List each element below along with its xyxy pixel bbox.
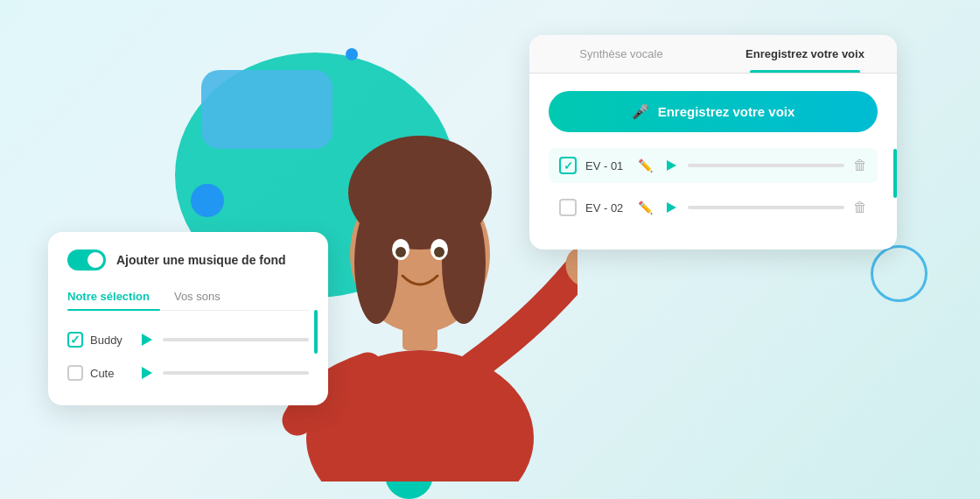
track-checkbox-cute[interactable] xyxy=(67,365,83,381)
tab-enregistrez-votre-voix[interactable]: Enregistrez votre voix xyxy=(713,35,897,73)
play-button-cute[interactable] xyxy=(136,363,156,383)
svg-point-9 xyxy=(434,247,444,257)
play-triangle-ev01 xyxy=(667,160,676,171)
voice-card-scrollbar[interactable] xyxy=(893,149,897,198)
music-toggle-row: Ajouter une musique de fond xyxy=(67,249,309,271)
edit-icon-ev02[interactable]: ✏️ xyxy=(638,200,653,214)
play-button-ev02[interactable] xyxy=(662,199,679,216)
play-triangle-icon xyxy=(142,334,152,346)
track-scrollbar-buddy[interactable] xyxy=(314,310,318,354)
track-name-cute: Cute xyxy=(90,367,130,380)
edit-icon-ev01[interactable]: ✏️ xyxy=(638,158,653,172)
track-row-cute: Cute xyxy=(67,356,309,390)
voice-tabs: Synthèse vocale Enregistrez votre voix xyxy=(529,35,897,74)
voice-card-body: 🎤 Enregistrez votre voix ✓ EV - 01 ✏️ 🗑 … xyxy=(529,74,897,249)
rec-progress-ev02 xyxy=(688,206,844,209)
tab-vos-sons[interactable]: Vos sons xyxy=(174,285,231,310)
bg-blue-dot-large xyxy=(191,184,224,217)
recording-row-ev01: ✓ EV - 01 ✏️ 🗑 xyxy=(549,148,878,183)
play-triangle-icon-cute xyxy=(142,367,152,379)
track-progress-buddy xyxy=(163,338,309,341)
rec-checkbox-ev02[interactable] xyxy=(559,199,577,216)
recording-name-ev01: EV - 01 xyxy=(585,159,629,172)
recording-name-ev02: EV - 02 xyxy=(585,201,629,214)
svg-point-5 xyxy=(442,201,486,324)
track-progress-cute xyxy=(163,371,309,375)
recording-row-ev02: EV - 02 ✏️ 🗑 xyxy=(549,190,878,225)
delete-icon-ev02[interactable]: 🗑 xyxy=(853,200,867,215)
checkmark-icon-ev01: ✓ xyxy=(564,159,573,172)
delete-icon-ev01[interactable]: 🗑 xyxy=(853,158,867,173)
play-triangle-ev02 xyxy=(667,202,676,213)
record-button-label: Enregistrez votre voix xyxy=(658,104,795,119)
play-button-buddy[interactable] xyxy=(136,330,156,349)
track-name-buddy: Buddy xyxy=(90,334,130,347)
checkmark-icon: ✓ xyxy=(70,333,80,347)
tab-synthese-vocale[interactable]: Synthèse vocale xyxy=(529,35,713,73)
play-button-ev01[interactable] xyxy=(662,157,679,174)
tab-notre-selection[interactable]: Notre sélection xyxy=(67,285,160,310)
track-row-buddy: ✓ Buddy xyxy=(67,323,309,356)
track-checkbox-buddy[interactable]: ✓ xyxy=(67,332,83,348)
rec-checkbox-ev01[interactable]: ✓ xyxy=(559,157,577,174)
music-toggle[interactable] xyxy=(67,249,106,271)
music-toggle-label: Ajouter une musique de fond xyxy=(116,253,286,267)
record-button[interactable]: 🎤 Enregistrez votre voix xyxy=(549,91,878,132)
voice-card: Synthèse vocale Enregistrez votre voix 🎤… xyxy=(529,35,897,249)
toggle-knob xyxy=(88,252,103,268)
music-tabs: Notre sélection Vos sons xyxy=(67,285,309,311)
music-card: Ajouter une musique de fond Notre sélect… xyxy=(48,232,328,405)
bg-circle-outline xyxy=(871,245,928,302)
svg-point-8 xyxy=(396,247,406,257)
microphone-icon: 🎤 xyxy=(632,103,649,120)
rec-progress-ev01 xyxy=(688,164,844,167)
svg-point-4 xyxy=(354,201,398,324)
